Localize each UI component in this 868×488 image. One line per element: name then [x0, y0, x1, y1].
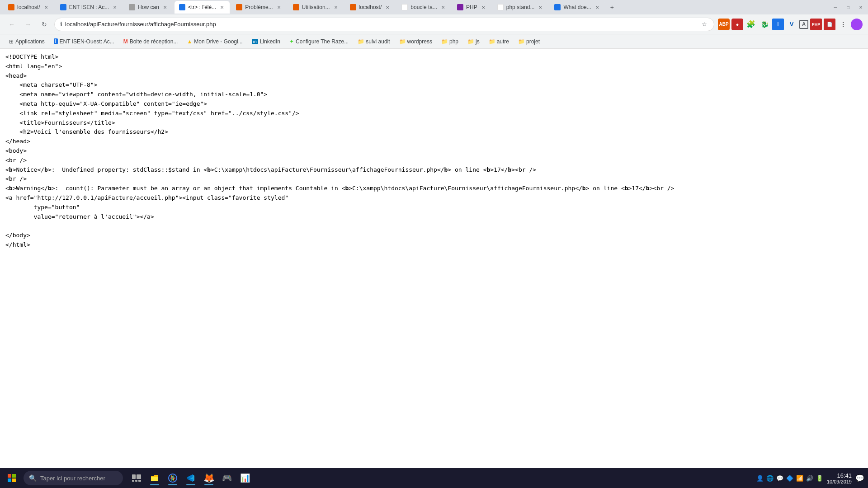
line-value: value="retourner à l'accueil"></a>	[5, 212, 863, 222]
tab-close-10[interactable]: ✕	[537, 4, 543, 10]
tab-close-2[interactable]: ✕	[112, 4, 118, 10]
tab-11[interactable]: What doe... ✕	[550, 1, 604, 14]
chrome-icon	[168, 474, 177, 483]
bookmark-folder-autre[interactable]: 📁 autre	[485, 37, 513, 46]
tab-close-3[interactable]: ✕	[162, 4, 168, 10]
bookmark-label-js: js	[476, 38, 480, 45]
bookmark-gmail[interactable]: M Boite de réception...	[120, 37, 182, 46]
ext-icon-2[interactable]: 🧩	[745, 19, 757, 30]
notification-icon[interactable]: 💬	[855, 474, 864, 483]
tab-3[interactable]: How can ✕	[124, 1, 173, 14]
tab-label-5: Problème...	[245, 4, 273, 10]
url-bar[interactable]: ℹ localhost/apiFacture/fournisseur/affic…	[54, 18, 714, 31]
tab-5[interactable]: Problème... ✕	[231, 1, 286, 14]
profile-button[interactable]	[851, 19, 863, 30]
ext-icon-7[interactable]: PHP	[810, 19, 822, 30]
bookmark-applications[interactable]: ⊞ Applications	[5, 37, 48, 46]
bookmark-label-isen: ENT ISEN-Ouest: Ac...	[60, 38, 114, 45]
reload-button[interactable]: ↻	[38, 18, 51, 31]
ext-icon-6[interactable]: A	[799, 20, 808, 29]
tab-4[interactable]: <tr> : l'élé... ✕	[175, 1, 230, 14]
line-6: <meta http-equiv="X-UA-Compatible" conte…	[5, 99, 863, 109]
taskbar-file-explorer[interactable]	[146, 470, 163, 486]
ext-icon-3[interactable]: 🐉	[759, 19, 770, 30]
tab-close-4[interactable]: ✕	[219, 4, 225, 10]
bookmark-label-projet: projet	[526, 38, 540, 45]
tab-close-7[interactable]: ✕	[384, 4, 391, 10]
ext-icon-4[interactable]: I	[772, 19, 784, 30]
taskbar-firefox[interactable]: 🦊	[201, 470, 217, 486]
taskbar-search-input[interactable]	[40, 475, 108, 482]
adblock-icon[interactable]: ABP	[718, 19, 730, 30]
bookmark-folder-suivi[interactable]: 📁 suivi audit	[354, 37, 393, 46]
line-link: <a href="http://127.0.0.1/apiFacture/acc…	[5, 193, 863, 203]
tab-2[interactable]: ENT ISEN : Ac... ✕	[56, 1, 123, 14]
window-controls: ─ □ ✕	[832, 4, 864, 11]
windows-logo	[8, 474, 16, 482]
bookmark-folder-projet[interactable]: 📁 projet	[514, 37, 543, 46]
maximize-button[interactable]: □	[844, 4, 852, 11]
svg-rect-0	[8, 474, 11, 478]
bookmark-drive[interactable]: ▲ Mon Drive - Googl...	[183, 37, 246, 46]
tab-7[interactable]: localhost/ ✕	[345, 1, 396, 14]
firefox-icon: 🦊	[203, 473, 215, 483]
tab-8[interactable]: boucle ta... ✕	[397, 1, 451, 14]
forward-button[interactable]: →	[22, 18, 34, 31]
bookmark-label-linkedin: LinkedIn	[260, 38, 280, 45]
minimize-button[interactable]: ─	[832, 4, 839, 11]
taskview-button[interactable]	[128, 470, 145, 486]
bookmark-folder-wordpress[interactable]: 📁 wordpress	[396, 37, 436, 46]
tab-10[interactable]: php stand... ✕	[493, 1, 548, 14]
line-html-close: </html>	[5, 240, 863, 250]
tab-close-11[interactable]: ✕	[594, 4, 600, 10]
gmail-icon: M	[123, 38, 128, 45]
taskbar-chrome[interactable]	[165, 470, 181, 486]
close-button[interactable]: ✕	[857, 4, 864, 11]
tab-close-6[interactable]: ✕	[333, 4, 339, 10]
bookmark-folder-php[interactable]: 📁 php	[438, 37, 462, 46]
app-red-icon: 🎮	[222, 473, 232, 483]
line-9: <h2>Voici l'ensemble des fournisseurs</h…	[5, 127, 863, 137]
bookmark-folder-js[interactable]: 📁 js	[464, 37, 483, 46]
address-bar: ← → ↻ ℹ localhost/apiFacture/fournisseur…	[0, 14, 868, 34]
back-button[interactable]: ←	[5, 18, 18, 31]
svg-rect-1	[12, 474, 16, 478]
line-11: <body>	[5, 146, 863, 156]
tab-close-1[interactable]: ✕	[43, 4, 49, 10]
taskbar-clock[interactable]: 16:41 10/09/2019	[827, 472, 852, 484]
tab-1[interactable]: localhost/ ✕	[4, 1, 54, 14]
tab-9[interactable]: PHP ✕	[453, 1, 491, 14]
bookmark-isen[interactable]: I ENT ISEN-Ouest: Ac...	[50, 37, 118, 46]
ext-icon-8[interactable]: 📄	[824, 19, 835, 30]
linkedin-icon: in	[252, 39, 258, 44]
svg-rect-3	[12, 479, 16, 482]
vscode-icon	[186, 474, 195, 483]
tab-close-5[interactable]: ✕	[276, 4, 282, 10]
tab-6[interactable]: Utilisation... ✕	[288, 1, 344, 14]
bookmark-linkedin[interactable]: in LinkedIn	[248, 37, 284, 46]
taskbar-vscode[interactable]	[183, 470, 199, 486]
line-8: <title>Fournisseurs</title>	[5, 118, 863, 128]
tab-label-9: PHP	[466, 4, 477, 10]
tab-close-8[interactable]: ✕	[440, 4, 446, 10]
new-tab-button[interactable]: +	[607, 2, 618, 13]
volume-icon: 🔊	[806, 475, 813, 482]
taskbar-app-red[interactable]: 🎮	[219, 470, 235, 486]
secure-icon: ℹ	[60, 21, 62, 28]
bookmark-razer[interactable]: ✦ Configure The Raze...	[286, 37, 352, 46]
line-type: type="button"	[5, 203, 863, 212]
folder-suivi-icon: 📁	[358, 38, 364, 45]
ext-icon-9[interactable]: ⋮	[837, 19, 849, 30]
network-icon: 🌐	[766, 475, 774, 482]
tab-close-9[interactable]: ✕	[480, 4, 486, 10]
taskbar-app-orange[interactable]: 📊	[237, 470, 253, 486]
tab-favicon-8	[401, 4, 408, 10]
notice-error: <b>Notice</b>: Undefined property: stdCl…	[5, 165, 863, 175]
line-5: <meta name="viewport" content="width=dev…	[5, 90, 863, 99]
bookmark-star-icon[interactable]: ☆	[700, 20, 708, 28]
start-button[interactable]	[4, 470, 20, 486]
ext-icon-1[interactable]: ●	[731, 19, 743, 30]
taskbar-search[interactable]: 🔍	[24, 471, 123, 485]
ext-icon-5[interactable]: V	[786, 19, 797, 30]
bookmarks-bar: ⊞ Applications I ENT ISEN-Ouest: Ac... M…	[0, 34, 868, 49]
